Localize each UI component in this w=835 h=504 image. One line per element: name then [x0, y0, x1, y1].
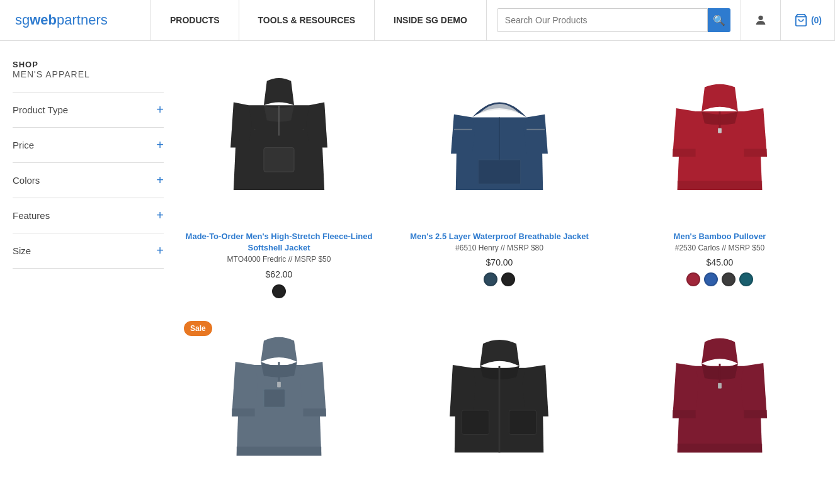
products-area: Made-To-Order Men's High-Stretch Fleece-…	[176, 60, 822, 484]
product-card-2[interactable]: Men's 2.5 Layer Waterproof Breathable Ja…	[397, 60, 602, 298]
cart-count: (0)	[811, 15, 822, 25]
svg-rect-18	[718, 383, 722, 388]
filter-size[interactable]: Size +	[13, 233, 164, 268]
sidebar: SHOP MEN'S APPAREL Product Type + Price …	[13, 60, 176, 484]
search-button[interactable]: 🔍	[708, 8, 730, 32]
nav-tools[interactable]: TOOLS & RESOURCES	[239, 0, 375, 40]
product-image-svg-2	[436, 63, 562, 220]
product-image-svg-5	[436, 316, 562, 474]
swatch-blue-3[interactable]	[704, 272, 718, 286]
page-layout: SHOP MEN'S APPAREL Product Type + Price …	[0, 41, 835, 503]
svg-rect-16	[509, 410, 536, 434]
product-image-1	[176, 60, 382, 223]
product-image-5	[397, 313, 602, 477]
user-icon	[754, 13, 768, 27]
svg-rect-3	[264, 148, 294, 172]
svg-rect-15	[462, 410, 489, 434]
product-price-2: $70.00	[486, 257, 513, 267]
product-price-3: $45.00	[707, 257, 734, 267]
filter-product-type-label: Product Type	[13, 104, 68, 115]
shop-label: SHOP	[13, 60, 164, 69]
svg-rect-12	[277, 381, 281, 387]
swatch-navy-2[interactable]	[484, 272, 497, 286]
filter-price-label: Price	[13, 140, 34, 150]
swatch-charcoal-3[interactable]	[722, 272, 736, 286]
logo[interactable]: sgwebpartners	[0, 0, 151, 40]
nav-links: PRODUCTS TOOLS & RESOURCES INSIDE SG DEM…	[151, 0, 487, 40]
shop-category: MEN'S APPAREL	[13, 69, 164, 79]
product-image-svg-1	[216, 63, 342, 220]
logo-text: sgwebpartners	[15, 12, 108, 28]
product-swatches-3	[686, 272, 753, 286]
products-grid: Made-To-Order Men's High-Stretch Fleece-…	[176, 60, 822, 484]
product-card-4[interactable]: Sale	[176, 313, 382, 484]
svg-point-0	[758, 16, 763, 20]
product-swatches-1	[272, 284, 286, 298]
filter-product-type[interactable]: Product Type +	[13, 92, 164, 127]
product-title-1: Made-To-Order Men's High-Stretch Fleece-…	[176, 231, 382, 266]
filter-features[interactable]: Features +	[13, 198, 164, 233]
search-input[interactable]	[497, 8, 708, 32]
product-swatches-2	[484, 272, 515, 286]
svg-point-4	[254, 129, 256, 130]
nav-products[interactable]: PRODUCTS	[151, 0, 239, 40]
svg-rect-10	[718, 128, 722, 133]
filter-features-label: Features	[13, 210, 50, 221]
filter-colors-toggle[interactable]: +	[156, 173, 164, 188]
filter-price[interactable]: Price +	[13, 128, 164, 162]
cart-icon	[793, 13, 809, 27]
filter-price-toggle[interactable]: +	[156, 138, 164, 152]
product-image-svg-6	[657, 316, 783, 474]
swatch-red-3[interactable]	[686, 272, 700, 286]
filter-features-toggle[interactable]: +	[156, 208, 164, 223]
filter-colors[interactable]: Colors +	[13, 163, 164, 198]
nav-inside[interactable]: INSIDE SG DEMO	[375, 0, 487, 40]
swatch-black-1[interactable]	[272, 284, 286, 298]
sale-badge-4: Sale	[184, 321, 212, 336]
search-area: 🔍	[487, 0, 741, 40]
product-image-4: Sale	[176, 313, 382, 477]
user-icon-button[interactable]	[741, 0, 781, 40]
product-image-svg-3	[657, 63, 783, 220]
swatch-black-2[interactable]	[501, 272, 515, 286]
cart-button[interactable]: (0)	[781, 0, 835, 40]
product-card-1[interactable]: Made-To-Order Men's High-Stretch Fleece-…	[176, 60, 382, 298]
filter-product-type-toggle[interactable]: +	[156, 103, 164, 117]
swatch-teal-3[interactable]	[739, 272, 753, 286]
svg-point-5	[303, 129, 304, 130]
filter-colors-label: Colors	[13, 175, 40, 186]
filter-size-toggle[interactable]: +	[156, 244, 164, 258]
filter-divider-5	[13, 268, 164, 269]
product-image-6	[617, 313, 822, 477]
product-title-2: Men's 2.5 Layer Waterproof Breathable Ja…	[410, 231, 589, 254]
product-price-1: $62.00	[266, 269, 293, 279]
product-image-3	[617, 60, 822, 223]
product-card-3[interactable]: Men's Bamboo Pullover#2530 Carlos // MSR…	[617, 60, 822, 298]
product-title-3: Men's Bamboo Pullover#2530 Carlos // MSR…	[674, 231, 766, 254]
product-card-5[interactable]	[397, 313, 602, 484]
navbar: sgwebpartners PRODUCTS TOOLS & RESOURCES…	[0, 0, 835, 41]
nav-icons: (0)	[741, 0, 835, 40]
product-image-svg-4	[216, 316, 342, 474]
product-image-2	[397, 60, 602, 223]
svg-rect-13	[264, 389, 285, 407]
filter-size-label: Size	[13, 245, 31, 256]
product-card-6[interactable]	[617, 313, 822, 484]
